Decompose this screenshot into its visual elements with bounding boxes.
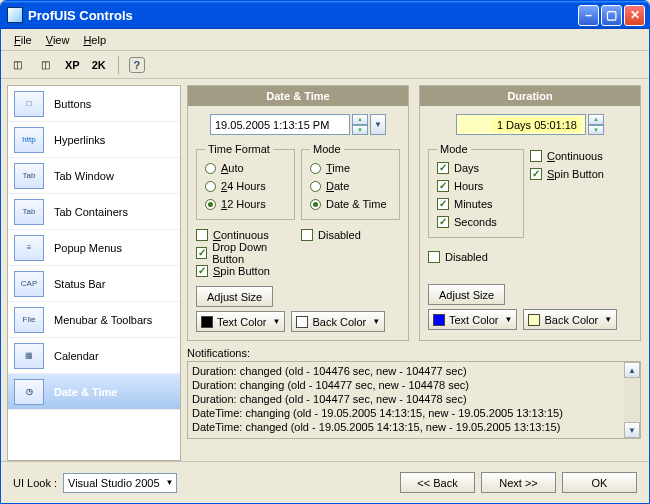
textcolor-dur[interactable]: Text Color▼ (428, 309, 517, 330)
notif-line: Duration: changing (old - 104477 sec, ne… (192, 378, 620, 392)
radio-auto[interactable]: Auto (205, 159, 286, 177)
chevron-down-icon: ▼ (372, 317, 380, 326)
textcolor-swatch-icon (433, 314, 445, 326)
spin-down-icon[interactable]: ▼ (588, 125, 604, 136)
tab-containers-icon: Tab (14, 199, 44, 225)
main-area: Date & Time 19.05.2005 1:13:15 PM ▲▼ ▼ T… (187, 85, 641, 461)
sidebar-item-hyperlinks[interactable]: httpHyperlinks (8, 122, 180, 158)
toolbar-2k[interactable]: 2K (90, 59, 108, 71)
sidebar-item-menubar-toolbars[interactable]: FileMenubar & Toolbars (8, 302, 180, 338)
toolbar-separator (118, 56, 119, 74)
back-button[interactable]: << Back (400, 472, 475, 493)
notif-line: Duration: changed (old - 104476 sec, new… (192, 364, 620, 378)
check-dropdown-dt[interactable]: Drop Down Button (196, 244, 295, 262)
check-disabled-dt[interactable]: Disabled (301, 226, 400, 244)
spin-up-icon[interactable]: ▲ (588, 114, 604, 125)
backcolor-swatch-icon (528, 314, 540, 326)
toolbar-xp[interactable]: XP (63, 59, 82, 71)
spin-up-icon[interactable]: ▲ (352, 114, 368, 125)
menu-help[interactable]: Help (76, 32, 113, 48)
notif-line: DateTime: changed (old - 19.05.2005 14:1… (192, 420, 620, 434)
sidebar-item-status-bar[interactable]: CAPStatus Bar (8, 266, 180, 302)
datetime-field[interactable]: 19.05.2005 1:13:15 PM (210, 114, 350, 135)
notif-line: Duration: changed (old - 104477 sec, new… (192, 392, 620, 406)
mode-group: Mode Time Date Date & Time (301, 143, 400, 220)
sidebar-item-tab-window[interactable]: TabTab Window (8, 158, 180, 194)
textcolor-dt[interactable]: Text Color▼ (196, 311, 285, 332)
notifications-text: Duration: changed (old - 104476 sec, new… (188, 362, 624, 438)
help-icon[interactable]: ? (129, 57, 145, 73)
backcolor-dt[interactable]: Back Color▼ (291, 311, 385, 332)
buttons-icon: □ (14, 91, 44, 117)
datetime-panel: Date & Time 19.05.2005 1:13:15 PM ▲▼ ▼ T… (187, 85, 409, 341)
date-time-icon: ◷ (14, 379, 44, 405)
window-title: ProfUIS Controls (28, 8, 576, 23)
duration-panel: Duration 1 Days 05:01:18 ▲▼ Mode Days Ho… (419, 85, 641, 341)
toolbar-theme1-icon[interactable]: ◫ (7, 55, 27, 75)
radio-time[interactable]: Time (310, 159, 391, 177)
radio-12h[interactable]: 12 Hours (205, 195, 286, 213)
datetime-spin[interactable]: ▲▼ (352, 114, 368, 135)
scroll-track[interactable] (624, 378, 640, 422)
radio-datetime[interactable]: Date & Time (310, 195, 391, 213)
chevron-down-icon: ▼ (273, 317, 281, 326)
backcolor-dur[interactable]: Back Color▼ (523, 309, 617, 330)
sidebar-item-buttons[interactable]: □Buttons (8, 86, 180, 122)
check-continuous-dur[interactable]: Continuous (530, 147, 632, 165)
app-icon (7, 7, 23, 23)
check-hours[interactable]: Hours (437, 177, 515, 195)
duration-mode-group: Mode Days Hours Minutes Seconds (428, 143, 524, 238)
spin-down-icon[interactable]: ▼ (352, 125, 368, 136)
popup-menus-icon: ≡ (14, 235, 44, 261)
menubar-toolbars-icon: File (14, 307, 44, 333)
radio-24h[interactable]: 24 Hours (205, 177, 286, 195)
uilook-label: UI Look : (13, 477, 57, 489)
sidebar-item-calendar[interactable]: ▦Calendar (8, 338, 180, 374)
chevron-down-icon: ▼ (166, 478, 174, 487)
sidebar-item-date-time[interactable]: ◷Date & Time (8, 374, 180, 410)
check-spin-dur[interactable]: Spin Button (530, 165, 632, 183)
minimize-button[interactable]: – (578, 5, 599, 26)
scroll-down-icon[interactable]: ▼ (624, 422, 640, 438)
check-days[interactable]: Days (437, 159, 515, 177)
close-button[interactable]: ✕ (624, 5, 645, 26)
scroll-up-icon[interactable]: ▲ (624, 362, 640, 378)
check-seconds[interactable]: Seconds (437, 213, 515, 231)
notifications-scrollbar[interactable]: ▲ ▼ (624, 362, 640, 438)
uilook-combo[interactable]: Visual Studio 2005 ▼ (63, 473, 176, 493)
titlebar[interactable]: ProfUIS Controls – ▢ ✕ (1, 1, 649, 29)
chevron-down-icon: ▼ (604, 315, 612, 324)
duration-field[interactable]: 1 Days 05:01:18 (456, 114, 586, 135)
notifications-label: Notifications: (187, 347, 641, 359)
duration-header: Duration (420, 86, 640, 106)
chevron-down-icon: ▼ (505, 315, 513, 324)
maximize-button[interactable]: ▢ (601, 5, 622, 26)
ok-button[interactable]: OK (562, 472, 637, 493)
timeformat-group: Time Format Auto 24 Hours 12 Hours (196, 143, 295, 220)
adjust-size-dur[interactable]: Adjust Size (428, 284, 505, 305)
footer: UI Look : Visual Studio 2005 ▼ << Back N… (1, 461, 649, 503)
radio-date[interactable]: Date (310, 177, 391, 195)
notifications-box: Duration: changed (old - 104476 sec, new… (187, 361, 641, 439)
calendar-icon: ▦ (14, 343, 44, 369)
next-button[interactable]: Next >> (481, 472, 556, 493)
datetime-header: Date & Time (188, 86, 408, 106)
sidebar-item-popup-menus[interactable]: ≡Popup Menus (8, 230, 180, 266)
datetime-dropdown[interactable]: ▼ (370, 114, 386, 135)
menu-file[interactable]: File (7, 32, 39, 48)
check-minutes[interactable]: Minutes (437, 195, 515, 213)
toolbar: ◫ ◫ XP 2K ? (1, 51, 649, 79)
status-bar-icon: CAP (14, 271, 44, 297)
sidebar: □Buttons httpHyperlinks TabTab Window Ta… (7, 85, 181, 461)
adjust-size-dt[interactable]: Adjust Size (196, 286, 273, 307)
textcolor-swatch-icon (201, 316, 213, 328)
menubar: File View Help (1, 29, 649, 51)
notif-line: DateTime: changing (old - 19.05.2005 14:… (192, 406, 620, 420)
check-disabled-dur[interactable]: Disabled (428, 248, 632, 266)
tab-window-icon: Tab (14, 163, 44, 189)
backcolor-swatch-icon (296, 316, 308, 328)
menu-view[interactable]: View (39, 32, 77, 48)
toolbar-theme2-icon[interactable]: ◫ (35, 55, 55, 75)
sidebar-item-tab-containers[interactable]: TabTab Containers (8, 194, 180, 230)
duration-spin[interactable]: ▲▼ (588, 114, 604, 135)
